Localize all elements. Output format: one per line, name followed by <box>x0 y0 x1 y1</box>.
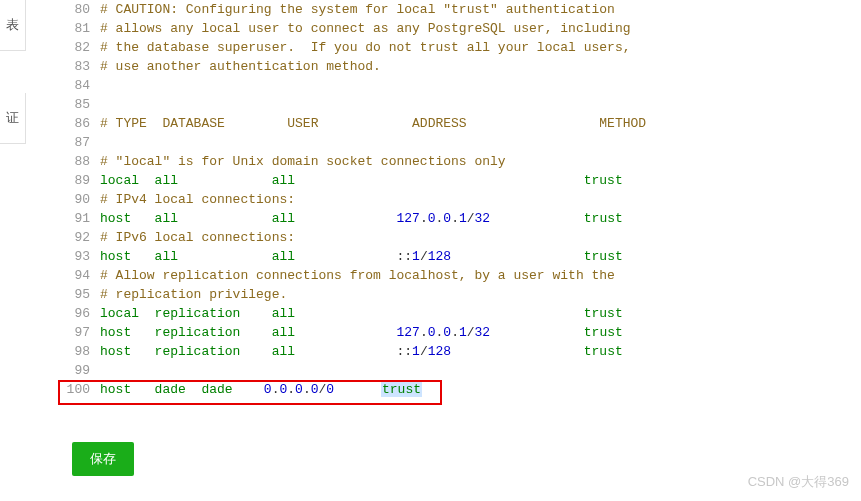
line-content[interactable] <box>100 361 861 380</box>
code-line[interactable]: 80# CAUTION: Configuring the system for … <box>62 0 861 19</box>
code-line[interactable]: 82# the database superuser. If you do no… <box>62 38 861 57</box>
watermark-text: CSDN @大得369 <box>748 473 849 491</box>
line-content[interactable]: # replication privilege. <box>100 285 861 304</box>
code-line[interactable]: 84 <box>62 76 861 95</box>
line-number: 100 <box>62 380 100 399</box>
line-number: 84 <box>62 76 100 95</box>
line-content[interactable]: # use another authentication method. <box>100 57 861 76</box>
code-line[interactable]: 85 <box>62 95 861 114</box>
line-number: 81 <box>62 19 100 38</box>
line-number: 99 <box>62 361 100 380</box>
side-frag-2: 证 <box>0 93 26 144</box>
code-line[interactable]: 93host all all ::1/128 trust <box>62 247 861 266</box>
line-content[interactable]: host all all 127.0.0.1/32 trust <box>100 209 861 228</box>
code-line[interactable]: 97host replication all 127.0.0.1/32 trus… <box>62 323 861 342</box>
code-line[interactable]: 87 <box>62 133 861 152</box>
line-content[interactable]: local all all trust <box>100 171 861 190</box>
line-number: 95 <box>62 285 100 304</box>
code-line[interactable]: 94# Allow replication connections from l… <box>62 266 861 285</box>
line-content[interactable]: # Allow replication connections from loc… <box>100 266 861 285</box>
side-panel-fragment: 表 证 <box>0 0 26 180</box>
line-number: 87 <box>62 133 100 152</box>
line-number: 94 <box>62 266 100 285</box>
line-number: 83 <box>62 57 100 76</box>
line-number: 96 <box>62 304 100 323</box>
code-line[interactable]: 86# TYPE DATABASE USER ADDRESS METHOD <box>62 114 861 133</box>
code-line[interactable]: 89local all all trust <box>62 171 861 190</box>
code-line[interactable]: 100host dade dade 0.0.0.0/0 trust <box>62 380 861 399</box>
code-line[interactable]: 92# IPv6 local connections: <box>62 228 861 247</box>
line-number: 91 <box>62 209 100 228</box>
code-line[interactable]: 81# allows any local user to connect as … <box>62 19 861 38</box>
code-line[interactable]: 95# replication privilege. <box>62 285 861 304</box>
line-content[interactable]: # CAUTION: Configuring the system for lo… <box>100 0 861 19</box>
line-number: 82 <box>62 38 100 57</box>
code-line[interactable]: 98host replication all ::1/128 trust <box>62 342 861 361</box>
line-number: 92 <box>62 228 100 247</box>
line-content[interactable]: # allows any local user to connect as an… <box>100 19 861 38</box>
line-content[interactable]: host replication all 127.0.0.1/32 trust <box>100 323 861 342</box>
line-number: 88 <box>62 152 100 171</box>
line-number: 89 <box>62 171 100 190</box>
code-line[interactable]: 91host all all 127.0.0.1/32 trust <box>62 209 861 228</box>
code-line[interactable]: 90# IPv4 local connections: <box>62 190 861 209</box>
line-content[interactable] <box>100 76 861 95</box>
code-line[interactable]: 99 <box>62 361 861 380</box>
line-number: 90 <box>62 190 100 209</box>
save-button[interactable]: 保存 <box>72 442 134 476</box>
line-content[interactable]: # TYPE DATABASE USER ADDRESS METHOD <box>100 114 861 133</box>
line-content[interactable]: # IPv4 local connections: <box>100 190 861 209</box>
line-content[interactable]: # the database superuser. If you do not … <box>100 38 861 57</box>
line-content[interactable] <box>100 95 861 114</box>
code-line[interactable]: 88# "local" is for Unix domain socket co… <box>62 152 861 171</box>
line-number: 86 <box>62 114 100 133</box>
line-number: 98 <box>62 342 100 361</box>
line-number: 97 <box>62 323 100 342</box>
line-content[interactable]: local replication all trust <box>100 304 861 323</box>
code-line[interactable]: 83# use another authentication method. <box>62 57 861 76</box>
line-content[interactable]: # IPv6 local connections: <box>100 228 861 247</box>
line-number: 85 <box>62 95 100 114</box>
code-line[interactable]: 96local replication all trust <box>62 304 861 323</box>
line-content[interactable]: host replication all ::1/128 trust <box>100 342 861 361</box>
line-number: 80 <box>62 0 100 19</box>
side-frag-1: 表 <box>0 0 26 51</box>
line-content[interactable]: host all all ::1/128 trust <box>100 247 861 266</box>
line-number: 93 <box>62 247 100 266</box>
line-content[interactable]: host dade dade 0.0.0.0/0 trust <box>100 380 861 399</box>
line-content[interactable] <box>100 133 861 152</box>
code-editor[interactable]: 80# CAUTION: Configuring the system for … <box>62 0 861 399</box>
line-content[interactable]: # "local" is for Unix domain socket conn… <box>100 152 861 171</box>
